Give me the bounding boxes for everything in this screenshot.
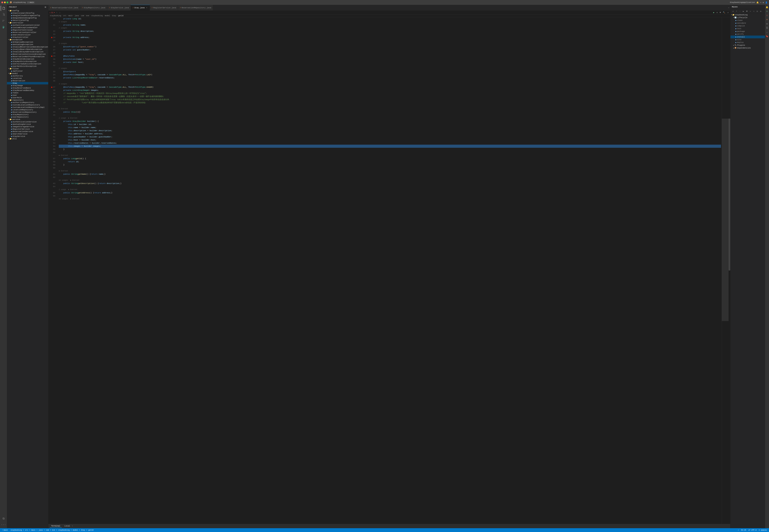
debug-button[interactable]: ⚙	[716, 11, 718, 14]
tab-registerservice[interactable]: J RegisterService.java	[150, 5, 178, 11]
tree-file-geocodingex[interactable]: ◉ GeoCodingException	[7, 43, 48, 46]
maven-run-button[interactable]: ▶	[742, 10, 745, 13]
activity-explorer[interactable]	[1, 6, 6, 11]
tree-file-resrepo[interactable]: ◉ ReservationRepository	[7, 111, 48, 113]
status-branch[interactable]: ⑂ main	[1, 529, 8, 531]
tree-file-stayreserveddate[interactable]: ◉ StayReservedDate	[7, 87, 48, 89]
intellij-icon[interactable]: I	[765, 14, 769, 17]
tree-file-reservationcontroller[interactable]: ◉ ReservationController	[7, 31, 48, 34]
activity-git[interactable]	[1, 18, 6, 23]
maven-collapse-button[interactable]: ⊟	[756, 10, 759, 13]
breadcrumb-staybooking2[interactable]: staybooking	[91, 15, 103, 17]
maven-site[interactable]: ◉ site	[730, 38, 765, 41]
maven-package[interactable]: ◉ package	[730, 30, 765, 33]
tree-folder-config[interactable]: ▼ 📁 config	[7, 9, 48, 12]
git-icon[interactable]: G	[765, 10, 769, 13]
maven-add-button[interactable]: +	[735, 10, 738, 13]
tree-file-authority[interactable]: ◉ Authority	[7, 75, 48, 77]
maven-settings-button[interactable]: ⚙	[759, 10, 762, 13]
tree-file-resnotfound[interactable]: ◉ ReservationNotFoundException	[7, 55, 48, 58]
breadcrumb-com[interactable]: com	[81, 15, 84, 17]
maven-validate[interactable]: ◉ validate	[730, 22, 765, 25]
tree-file-locrepo[interactable]: ◉ LocationRepository	[7, 109, 48, 111]
maven-root-staybooking[interactable]: ▼ 📁 staybooking	[730, 13, 765, 16]
problems-icon[interactable]: ⚠	[765, 30, 769, 34]
breadcrumb-java[interactable]: java	[75, 15, 79, 17]
bookmark-icon[interactable]: 🔖	[765, 35, 769, 38]
project-name[interactable]: staybooking	[13, 1, 26, 3]
tree-file-user[interactable]: ◉ User	[7, 94, 48, 96]
tree-file-registercontroller[interactable]: ◉ RegisterController	[7, 29, 48, 31]
tree-file-invalidresdate[interactable]: ◉ InvalidReservationDateException	[7, 46, 48, 48]
tree-file-stay[interactable]: ◎ Stay	[7, 82, 48, 84]
structure-icon[interactable]: ⊞	[765, 22, 769, 26]
status-indent[interactable]: 4 spaces	[758, 529, 768, 531]
tree-file-customlocrepo[interactable]: ◉ CustomLocationRepository	[7, 104, 48, 106]
tab-close-button[interactable]: ×	[145, 7, 148, 9]
maven-deploy[interactable]: ◉ deploy	[730, 41, 765, 44]
tree-file-usernotexist[interactable]: ◉ UserNotExistException	[7, 65, 48, 67]
tree-file-invalidsearchdate[interactable]: ◉ InvalidSearchDateException	[7, 48, 48, 51]
tree-folder-util[interactable]: ▶ 📁 util	[7, 138, 48, 140]
build-button[interactable]: 🔨	[722, 11, 726, 14]
branch-badge[interactable]: ⑂ main	[27, 1, 35, 4]
tree-file-staydel[interactable]: ◉ StayDeleteException	[7, 58, 48, 60]
tab-reservationservice[interactable]: J ReservationService.java	[48, 5, 80, 11]
breadcrumb-stay[interactable]: Stay	[112, 15, 116, 17]
prev-error-button[interactable]: ↑	[55, 11, 58, 14]
tree-file-customlocrepoimpl[interactable]: ◉ CustomLocationRepositoryImpl	[7, 106, 48, 109]
maven-clean[interactable]: ◉ clean	[730, 19, 765, 22]
notification-icon[interactable]: 🔔	[756, 1, 759, 4]
scrollbar-track[interactable]	[729, 17, 730, 524]
tab-reservationrepository[interactable]: J ReservationRepository.java	[178, 5, 213, 11]
tree-file-stayrepo[interactable]: ◉ StayRepository	[7, 113, 48, 116]
breadcrumb-src[interactable]: src	[63, 15, 66, 17]
tree-folder-repository[interactable]: ▼ 📁 repository	[7, 99, 48, 101]
maven-skip-button[interactable]: ↷	[749, 10, 752, 13]
tab-stayservice[interactable]: J StayService.java	[107, 5, 131, 11]
tree-file-searchcontroller[interactable]: ◉ SearchController	[7, 34, 48, 36]
database-icon[interactable]: 🗄	[765, 26, 769, 30]
user-icon[interactable]: 👤	[765, 1, 768, 4]
maven-test[interactable]: ◉ test	[730, 27, 765, 30]
notification-panel-icon[interactable]: 🔔	[765, 6, 769, 9]
tree-file-useralready[interactable]: ◉ UserAlreadyExistException	[7, 63, 48, 65]
maven-icon-strip[interactable]: M	[765, 18, 769, 21]
tree-file-invalidstayaddr[interactable]: ◉ InvalidStayAddressException	[7, 51, 48, 53]
tree-file-googlecloudstorage[interactable]: ◉ GoogleCloudStorageConfig	[7, 14, 48, 17]
minimap[interactable]	[722, 17, 729, 524]
tree-folder-filter[interactable]: ▼ 📁 filter	[7, 67, 48, 70]
maven-search-button[interactable]: ⌕	[752, 10, 755, 13]
activity-search[interactable]	[1, 12, 6, 17]
tree-file-gcsuploadex[interactable]: ◉ GCSUploadException	[7, 41, 48, 43]
tree-file-elasticsearchconfig[interactable]: ◉ ElasticsearchConfig	[7, 12, 48, 14]
tree-file-authservice[interactable]: ◉ AuthenticationService	[7, 121, 48, 123]
tree-file-userrepo[interactable]: ◉ UserRepository	[7, 116, 48, 118]
run-button[interactable]: ▶	[713, 11, 715, 14]
tab-stayrepository[interactable]: J StayRepository.java	[80, 5, 107, 11]
activity-more[interactable]: ···	[1, 522, 6, 528]
settings-icon[interactable]: ⚙	[763, 1, 764, 4]
sidebar-collapse-icon[interactable]: ⊟	[45, 6, 46, 8]
tab-overflow-button[interactable]: ⋯	[727, 5, 730, 11]
breadcrumb-model[interactable]: model	[105, 15, 110, 17]
breadcrumb-staybooking[interactable]: staybooking	[50, 15, 61, 17]
terminal-tab-local[interactable]: Local ×	[63, 525, 74, 528]
tab-stay[interactable]: J Stay.java ×	[131, 5, 150, 11]
tree-file-staycontroller[interactable]: ◉ StayController	[7, 36, 48, 38]
status-encoding[interactable]: LF UTF-8	[748, 529, 757, 531]
tree-file-stayimage[interactable]: ◉ StayImage	[7, 84, 48, 87]
stop-button[interactable]: ■	[719, 11, 722, 14]
maven-lifecycle[interactable]: ▼ 🔄 Lifecycle	[730, 16, 765, 19]
activity-extensions[interactable]: ⧉	[1, 516, 6, 521]
tree-file-token[interactable]: ◉ Token	[7, 92, 48, 94]
code-content[interactable]: private Long id; 2 usages private String…	[58, 17, 722, 524]
next-error-button[interactable]: ↓	[59, 11, 61, 14]
tree-folder-exception[interactable]: ▼ 📁 exception	[7, 38, 48, 41]
maven-compile[interactable]: ◉ compile	[730, 25, 765, 27]
tree-file-googlegeocoding[interactable]: ◉ GoogleGeoCodingConfig	[7, 17, 48, 19]
tree-file-stayservice[interactable]: ◉ StayService	[7, 135, 48, 138]
tree-file-staynotexist[interactable]: ◉ StayNotExistException	[7, 60, 48, 63]
tree-file-jwtfilter[interactable]: ◉ JwtFilter	[7, 70, 48, 72]
status-line-col[interactable]: 54:25	[740, 529, 747, 531]
